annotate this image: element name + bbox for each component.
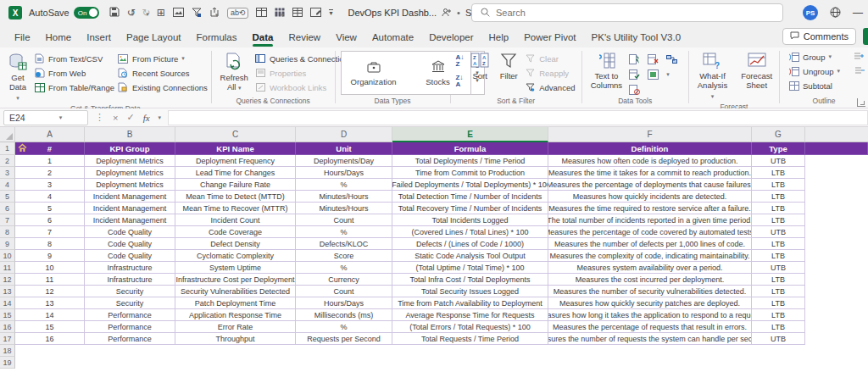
grid2-icon[interactable]	[292, 8, 303, 19]
cell[interactable]: Deployment Metrics	[85, 167, 175, 179]
cell[interactable]: Deployment Frequency	[175, 155, 296, 167]
cell-empty[interactable]	[805, 167, 868, 179]
cell[interactable]: Total Detection Time / Number of Inciden…	[392, 191, 548, 203]
cell[interactable]: (Covered Lines / Total Lines) * 100	[392, 226, 548, 238]
sort-az-button[interactable]: A↓Z	[455, 54, 464, 68]
cell[interactable]: Measures the number of security vulnerab…	[548, 286, 752, 297]
cell[interactable]: Total Infra Cost / Total Deployments	[392, 274, 548, 286]
tab-pk-s-utility-tool-v3-0[interactable]: PK's Utility Tool V3.0	[584, 28, 689, 47]
cell[interactable]: The total number of incidents reported i…	[548, 214, 752, 226]
cell[interactable]: Measures the time required to restore se…	[548, 203, 752, 214]
cell[interactable]: Measures how often code is deployed to p…	[548, 155, 752, 167]
cell[interactable]: Measures system availability over a peri…	[548, 262, 752, 274]
cell[interactable]: Code Quality	[85, 226, 175, 238]
cell[interactable]: Total Deployments / Time Period	[392, 155, 548, 167]
row-number-10[interactable]: 10	[0, 250, 15, 262]
cell[interactable]: 14	[15, 309, 85, 321]
cell[interactable]: 8	[15, 238, 85, 250]
cell[interactable]: Measures how long it takes the applicati…	[548, 309, 752, 321]
cell[interactable]: KPI Name	[175, 142, 296, 155]
cell[interactable]: Defects/KLOC	[296, 238, 392, 250]
row-number-2[interactable]: 2	[0, 155, 15, 167]
column-header-B[interactable]: B	[85, 127, 175, 142]
cell[interactable]: Security Vulnerabilities Detected	[175, 286, 296, 297]
column-header-E[interactable]: E	[392, 127, 548, 142]
search-input[interactable]: Search	[471, 3, 783, 22]
cell[interactable]: LTB	[752, 274, 805, 286]
cell[interactable]: Cyclomatic Complexity	[175, 250, 296, 262]
show-detail-icon[interactable]	[854, 51, 865, 61]
cell[interactable]: Type	[752, 142, 805, 155]
cell[interactable]: Incident Management	[85, 203, 175, 214]
cell-empty[interactable]	[805, 309, 868, 321]
cell[interactable]: LTB	[752, 297, 805, 309]
cell[interactable]: LTB	[752, 250, 805, 262]
row-number-14[interactable]: 14	[0, 297, 15, 309]
advanced-filter-button[interactable]: Advanced	[525, 81, 575, 93]
share-icon[interactable]: ▾	[209, 7, 220, 19]
borders-icon[interactable]: ⊞	[157, 8, 165, 18]
cell[interactable]: Measures the percentage of code covered …	[548, 226, 752, 238]
from-web-button[interactable]: From Web	[34, 67, 114, 79]
consolidate-icon[interactable]	[648, 69, 659, 80]
cell[interactable]: Performance	[85, 333, 175, 345]
cell[interactable]: Total Requests / Time Period	[392, 333, 548, 345]
cell[interactable]: LTB	[752, 203, 805, 214]
cell[interactable]: Measures the number of requests the syst…	[548, 333, 752, 345]
cell[interactable]: Hours/Days	[296, 297, 392, 309]
subtotal-button[interactable]: Subtotal	[788, 80, 832, 92]
cell[interactable]: Formula	[392, 142, 548, 155]
tab-developer[interactable]: Developer	[421, 28, 481, 47]
cell[interactable]: Measures how quickly security patches ar…	[548, 297, 752, 309]
cell[interactable]: LTB	[752, 191, 805, 203]
hide-detail-icon[interactable]	[854, 65, 865, 75]
forecast-sheet-button[interactable]: ForecastSheet	[737, 51, 776, 92]
empty-row[interactable]	[15, 345, 868, 357]
cell-empty[interactable]	[805, 226, 868, 238]
row-number-15[interactable]: 15	[0, 309, 15, 321]
cell[interactable]: %	[296, 226, 392, 238]
cell-empty[interactable]	[805, 238, 868, 250]
cell[interactable]: 7	[15, 226, 85, 238]
cell[interactable]: Code Quality	[85, 250, 175, 262]
cell[interactable]: Throughput	[175, 333, 296, 345]
cell[interactable]: Measures the percentage of requests that…	[548, 321, 752, 333]
cell[interactable]: Time from Patch Availability to Deployme…	[392, 297, 548, 309]
cell[interactable]: Performance	[85, 309, 175, 321]
autosave-toggle[interactable]: AutoSave On	[29, 7, 99, 19]
row-number-8[interactable]: 8	[0, 226, 15, 238]
what-if-analysis-button[interactable]: ? What-IfAnalysis ▾	[694, 51, 731, 102]
tab-review[interactable]: Review	[281, 28, 328, 47]
table-columns-icon[interactable]	[256, 8, 267, 19]
row-number-9[interactable]: 9	[0, 238, 15, 250]
cell[interactable]: Definition	[548, 142, 752, 155]
cell[interactable]: Measures the cost incurred per deploymen…	[548, 274, 752, 286]
relationships-icon[interactable]	[666, 54, 677, 64]
cell-empty[interactable]	[805, 321, 868, 333]
cell[interactable]: Milliseconds (ms)	[296, 309, 392, 321]
cell[interactable]: Lead Time for Changes	[175, 167, 296, 179]
cell[interactable]: 4	[15, 191, 85, 203]
cell[interactable]: 11	[15, 274, 85, 286]
qat-overflow-icon[interactable]: ▾	[329, 9, 332, 17]
cell[interactable]: Currency	[296, 274, 392, 286]
cell-empty[interactable]	[805, 203, 868, 214]
cell[interactable]: 9	[15, 250, 85, 262]
column-header-F[interactable]: F	[548, 127, 752, 142]
cell[interactable]: Defect Density	[175, 238, 296, 250]
row-number-6[interactable]: 6	[0, 203, 15, 214]
refresh-all-button[interactable]: RefreshAll ▾	[217, 51, 252, 94]
cell[interactable]: Time from Commit to Production	[392, 167, 548, 179]
cell[interactable]: Mean Time to Recover (MTTR)	[175, 203, 296, 214]
cell[interactable]: 3	[15, 179, 85, 191]
cell[interactable]: Incident Management	[85, 191, 175, 203]
cell[interactable]: Score	[296, 250, 392, 262]
name-box-splitter[interactable]: ⋮	[95, 112, 104, 123]
tab-formulas[interactable]: Formulas	[189, 28, 245, 47]
cell[interactable]: Mean Time to Detect (MTTD)	[175, 191, 296, 203]
cell-empty[interactable]	[805, 333, 868, 345]
excel-app-icon[interactable]: X	[8, 6, 22, 19]
cell-empty[interactable]	[805, 214, 868, 226]
cell[interactable]: 2	[15, 167, 85, 179]
cell[interactable]: Count	[296, 214, 392, 226]
